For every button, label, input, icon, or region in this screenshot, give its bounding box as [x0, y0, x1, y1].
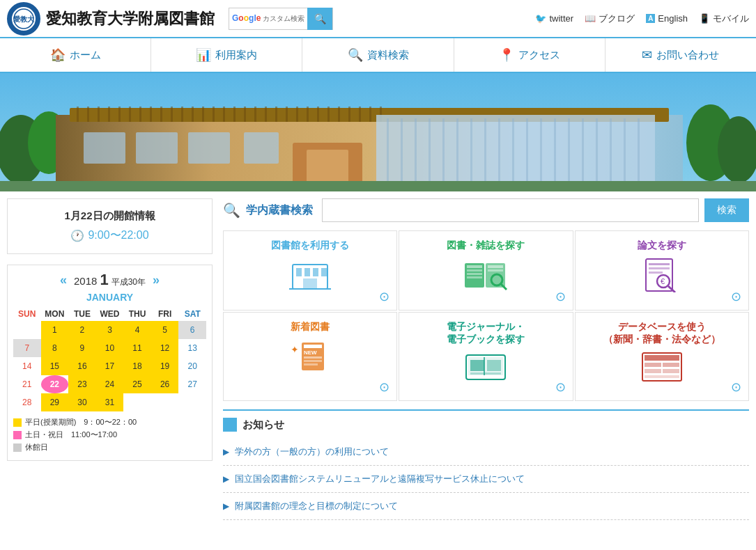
svg-rect-29	[296, 107, 298, 122]
opac-search-area: 🔍 学内蔵書検索 検索	[223, 198, 749, 222]
cal-cell: 13	[178, 339, 206, 357]
calendar-era: 平成30年	[111, 276, 146, 288]
cal-cell: 27	[178, 375, 206, 393]
cal-cell: 14	[13, 357, 41, 375]
svg-rect-96	[304, 360, 322, 362]
calendar-next-button[interactable]: »	[153, 273, 160, 288]
header-search: Google カスタム検索 🔍	[229, 8, 333, 30]
svg-rect-72	[303, 278, 317, 289]
svg-rect-85	[649, 263, 670, 265]
svg-rect-26	[265, 107, 267, 122]
opac-label: 学内蔵書検索	[246, 203, 313, 218]
svg-rect-50	[456, 118, 458, 184]
cal-cell: 18	[123, 357, 151, 375]
cal-cell: 28	[13, 393, 41, 411]
svg-rect-40	[188, 132, 230, 164]
use-library-icon	[231, 258, 389, 299]
cal-cell: 23	[68, 375, 96, 393]
svg-rect-62	[624, 118, 626, 184]
svg-rect-41	[244, 132, 279, 164]
mobile-link[interactable]: 📱 モバイル	[699, 13, 749, 25]
opening-date-title: 1月22日の開館情報	[18, 210, 201, 223]
calendar-legend: 平日(授業期間) 9：00〜22：00 土日・祝日 11:00〜17:00 休館…	[13, 417, 206, 453]
svg-text:NEW: NEW	[304, 349, 317, 356]
nav-contact-label: お問い合わせ	[656, 49, 719, 62]
svg-rect-52	[484, 118, 486, 184]
svg-rect-25	[254, 107, 256, 122]
header-links: 🐦 twitter 📖 ブクログ A English 📱 モバイル	[535, 13, 749, 25]
cal-cell: 16	[68, 357, 96, 375]
ann-link-3[interactable]: 附属図書館の理念と目標の制定について	[235, 500, 398, 512]
service-find-papers[interactable]: 論文を探す € ⊙	[575, 230, 749, 311]
service-title-find-books: 図書・雑誌を探す	[406, 239, 565, 252]
announcement-item: ▶ 学外の方（一般の方）の利用について	[223, 439, 749, 466]
svg-rect-15	[150, 107, 152, 122]
nav-contact[interactable]: ✉ お問い合わせ	[605, 38, 756, 72]
table-row: 21 22 23 24 25 26 27	[13, 375, 206, 393]
nav-home[interactable]: 🏠 ホーム	[0, 38, 151, 72]
svg-text:€: €	[661, 277, 665, 285]
cal-cell: 9	[68, 339, 96, 357]
cal-cell: 5	[151, 321, 179, 339]
content-area: 🔍 学内蔵書検索 検索 図書館を利用する	[213, 198, 749, 520]
legend-item-weekday: 平日(授業期間) 9：00〜22：00	[13, 417, 206, 427]
service-find-books[interactable]: 図書・雑誌を探す ⊙	[399, 230, 573, 311]
svg-rect-47	[415, 118, 417, 184]
calendar-header: « 2018 1 平成30年 »	[13, 271, 206, 289]
nav-access[interactable]: 📍 アクセス	[454, 38, 605, 72]
clock-icon: 🕐	[70, 229, 84, 242]
find-books-icon	[406, 258, 565, 299]
svg-rect-18	[181, 107, 183, 122]
twitter-link[interactable]: 🐦 twitter	[535, 13, 573, 24]
cal-cell: 24	[96, 375, 124, 393]
service-database[interactable]: データベースを使う（新聞・辞書・法令など） ⊙	[575, 312, 749, 401]
nav-home-label: ホーム	[70, 49, 101, 62]
weekday-mon: MON	[41, 307, 69, 321]
svg-rect-109	[663, 369, 679, 373]
weekday-fri: FRI	[151, 307, 179, 321]
english-link[interactable]: A English	[646, 13, 688, 24]
ann-link-2[interactable]: 国立国会図書館システムリニューアルと遠隔複写サービス休止について	[235, 473, 525, 485]
svg-rect-16	[160, 107, 162, 122]
svg-rect-110	[645, 375, 679, 378]
calendar-year-month: 2018 1 平成30年	[74, 271, 146, 289]
service-title-find-papers: 論文を探す	[583, 239, 741, 252]
sidebar: 1月22日の開館情報 🕐 9:00〜22:00 « 2018 1 平成30年 »…	[7, 198, 213, 520]
opac-search-input[interactable]	[322, 198, 699, 222]
legend-dot-pink	[13, 431, 22, 439]
ann-link-1[interactable]: 学外の方（一般の方）の利用について	[235, 446, 389, 458]
svg-rect-35	[359, 107, 361, 122]
nav-usage[interactable]: 📊 利用案内	[151, 38, 302, 72]
svg-rect-107	[663, 363, 679, 367]
svg-rect-69	[304, 268, 310, 276]
service-use-library[interactable]: 図書館を利用する ⊙	[223, 230, 397, 311]
cal-cell: 25	[123, 375, 151, 393]
cal-cell: 12	[151, 339, 179, 357]
weekday-thu: THU	[123, 307, 151, 321]
cal-cell	[178, 393, 206, 411]
cal-cell: 3	[96, 321, 124, 339]
opac-search-button[interactable]: 検索	[704, 198, 749, 222]
ann-arrow-3: ▶	[223, 501, 229, 511]
bookmeter-link[interactable]: 📖 ブクログ	[585, 13, 635, 25]
cal-cell-today: 22	[41, 375, 69, 393]
cal-cell: 6	[178, 321, 206, 339]
cal-cell: 31	[96, 393, 124, 411]
cal-cell: 15	[41, 357, 69, 375]
svg-rect-95	[304, 356, 322, 359]
svg-rect-60	[596, 118, 598, 184]
cal-cell: 19	[151, 357, 179, 375]
opening-info: 1月22日の開館情報 🕐 9:00〜22:00	[7, 198, 213, 254]
nav-search[interactable]: 🔍 資料検索	[302, 38, 454, 72]
legend-item-weekend: 土日・祝日 11:00〜17:00	[13, 430, 206, 440]
calendar-prev-button[interactable]: «	[60, 273, 67, 288]
service-new-books[interactable]: 新着図書 ✦ NEW ⊙	[223, 312, 397, 401]
svg-rect-34	[348, 107, 350, 122]
svg-rect-54	[512, 118, 514, 184]
weekday-sat: SAT	[178, 307, 206, 321]
opening-time: 🕐 9:00〜22:00	[18, 228, 201, 243]
service-ejournals[interactable]: 電子ジャーナル・電子ブックを探す ⊙	[399, 312, 573, 401]
header-search-button[interactable]: 🔍	[307, 8, 332, 30]
svg-rect-68	[296, 268, 302, 276]
svg-text:愛教大: 愛教大	[13, 15, 35, 23]
